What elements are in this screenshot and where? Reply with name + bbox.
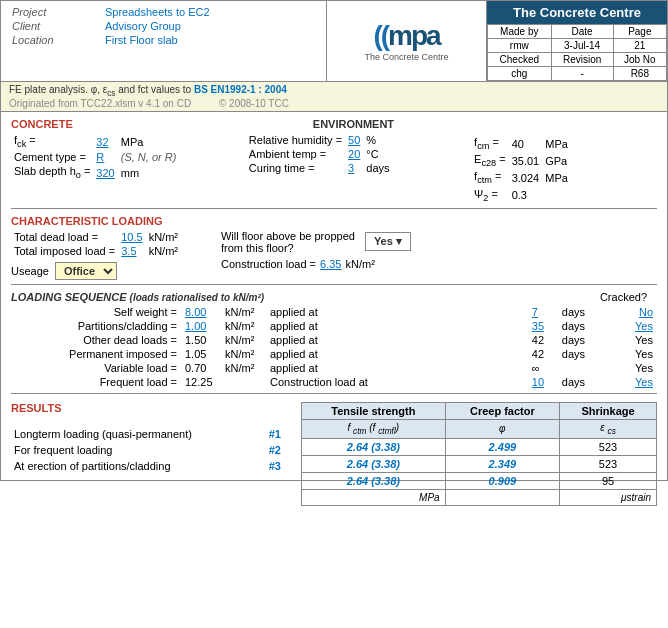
- seq-cracked-5[interactable]: Yes: [593, 375, 657, 389]
- seq-cracked-0[interactable]: No: [593, 305, 657, 319]
- propped-yes-label: Yes: [374, 235, 393, 247]
- rh-value[interactable]: 50: [345, 133, 363, 147]
- results-table: Tensile strength Creep factor Shrinkage …: [301, 402, 657, 506]
- mpa-logo: ((mpa: [373, 20, 439, 52]
- useage-label: Useage: [11, 265, 49, 277]
- location-label: Location: [9, 33, 102, 47]
- job-no-value: R68: [613, 67, 666, 81]
- made-by-label: Made by: [488, 25, 552, 39]
- construction-value[interactable]: 6.35: [320, 258, 341, 270]
- ecm-unit: GPa: [542, 152, 571, 169]
- loading-seq-title-text: LOADING SEQUENCE (loads rationalised to …: [11, 291, 264, 303]
- seq-days-4: ∞: [528, 361, 558, 375]
- client-value: Advisory Group: [102, 19, 318, 33]
- cement-note: (S, N, or R): [118, 150, 180, 164]
- slab-unit: mm: [118, 164, 180, 181]
- col1-subheader: f ctm (f ctmfl): [302, 419, 446, 438]
- seq-days-unit-2: days: [558, 333, 593, 347]
- job-no-label: Job No: [613, 53, 666, 67]
- seq-days-0[interactable]: 7: [528, 305, 558, 319]
- results-row-2: 2.64 (3.38) 0.909 95: [302, 472, 657, 489]
- fcm-unit: MPa: [542, 135, 571, 152]
- cement-label: Cement type =: [11, 150, 93, 164]
- seq-cracked-2: Yes: [593, 333, 657, 347]
- res-val3-0: 523: [560, 438, 657, 455]
- client-label: Client: [9, 19, 102, 33]
- seq-unit-1: kN/m²: [221, 319, 266, 333]
- res-val1-0: 2.64 (3.38): [302, 438, 446, 455]
- res-val3-1: 523: [560, 455, 657, 472]
- curing-value[interactable]: 3: [345, 161, 363, 175]
- res-val2-2: 0.909: [445, 472, 559, 489]
- project-label: Project: [9, 5, 102, 19]
- imposed-load-label: Total imposed load =: [11, 244, 118, 258]
- results-label-row-1: For frequent loading #2: [11, 442, 291, 458]
- imposed-load-value[interactable]: 3.5: [118, 244, 145, 258]
- col2-header: Creep factor: [445, 402, 559, 419]
- results-label-row-2: At erection of partitions/cladding #3: [11, 458, 291, 474]
- col1-header: Tensile strength: [302, 402, 446, 419]
- seq-applied-5: Construction load at: [266, 375, 528, 389]
- seq-days-1[interactable]: 35: [528, 319, 558, 333]
- seq-cracked-4: Yes: [593, 361, 657, 375]
- unit-mpa: MPa: [302, 489, 446, 505]
- col2-subheader: φ: [445, 419, 559, 438]
- fctm-unit: MPa: [542, 169, 571, 186]
- fck-value[interactable]: 32: [93, 133, 117, 150]
- imposed-load-unit: kN/m²: [146, 244, 181, 258]
- seq-val-2: 1.50: [181, 333, 221, 347]
- seq-unit-3: kN/m²: [221, 347, 266, 361]
- seq-applied-3: applied at: [266, 347, 528, 361]
- seq-days-unit-5: days: [558, 375, 593, 389]
- temp-value[interactable]: 20: [345, 147, 363, 161]
- char-loading-left: Total dead load = 10.5 kN/m² Total impos…: [11, 230, 181, 280]
- project-value: Spreadsheets to EC2: [102, 5, 318, 19]
- spreadsheet-container: Project Spreadsheets to EC2 Client Advis…: [0, 0, 668, 481]
- seq-days-2: 42: [528, 333, 558, 347]
- sub-header: FE plate analysis. φ, εcs and fct values…: [1, 82, 667, 112]
- copyright: © 2008-10 TCC: [219, 98, 289, 109]
- res-val2-1: 2.349: [445, 455, 559, 472]
- header-right: The Concrete Centre Made by Date Page rm…: [487, 1, 667, 81]
- seq-days-unit-0: days: [558, 305, 593, 319]
- cement-value[interactable]: R: [93, 150, 117, 164]
- seq-label-0: Self weight =: [11, 305, 181, 319]
- slab-depth-value[interactable]: 320: [93, 164, 117, 181]
- seq-val-0[interactable]: 8.00: [181, 305, 221, 319]
- seq-cracked-3: Yes: [593, 347, 657, 361]
- curing-unit: days: [363, 161, 392, 175]
- useage-dropdown[interactable]: Office: [55, 262, 117, 280]
- res-label-2: At erection of partitions/cladding: [11, 458, 266, 474]
- fcm-value: 40: [509, 135, 543, 152]
- seq-days-5[interactable]: 10: [528, 375, 558, 389]
- res-label-1: For frequent loading: [11, 442, 266, 458]
- propped-yes-button[interactable]: Yes ▾: [365, 232, 411, 251]
- seq-unit-0: kN/m²: [221, 305, 266, 319]
- loading-seq-section: LOADING SEQUENCE (loads rationalised to …: [11, 291, 657, 389]
- res-num-1: #2: [266, 442, 291, 458]
- seq-val-1[interactable]: 1.00: [181, 319, 221, 333]
- fck-label: fck =: [11, 133, 93, 150]
- psi2-unit: [542, 187, 571, 204]
- environment-title: ENVIRONMENT: [246, 118, 461, 130]
- origin-note: Originated from TCC22.xlsm v 4.1 on CD ©…: [9, 98, 289, 109]
- seq-days-unit-3: days: [558, 347, 593, 361]
- construction-unit: kN/m²: [345, 258, 374, 270]
- page-value: 21: [613, 39, 666, 53]
- seq-cracked-1[interactable]: Yes: [593, 319, 657, 333]
- right-params-section: fcm = 40 MPa Ec28 = 35.01 GPa fctm = 3.0…: [461, 118, 657, 204]
- fck-unit: MPa: [118, 133, 180, 150]
- temp-unit: °C: [363, 147, 392, 161]
- results-row-labels: Longterm loading (quasi-permanent) #1 Fo…: [11, 398, 291, 474]
- seq-label-4: Variable load =: [11, 361, 181, 375]
- seq-label-3: Permanent imposed =: [11, 347, 181, 361]
- char-loading-title: CHARACTERISTIC LOADING: [11, 215, 657, 227]
- checked-label: Checked: [488, 53, 552, 67]
- seq-applied-0: applied at: [266, 305, 528, 319]
- location-value: First Floor slab: [102, 33, 318, 47]
- loading-seq-title: LOADING SEQUENCE (loads rationalised to …: [11, 291, 264, 303]
- temp-label: Ambient temp =: [246, 147, 345, 161]
- brand-title: The Concrete Centre: [487, 1, 667, 24]
- dead-load-value[interactable]: 10.5: [118, 230, 145, 244]
- seq-label-1: Partitions/cladding =: [11, 319, 181, 333]
